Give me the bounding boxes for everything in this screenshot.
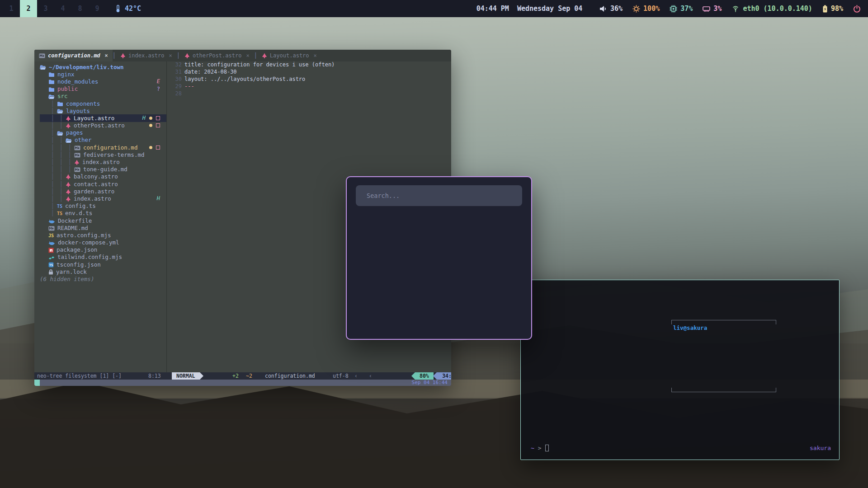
file-encoding: utf-8 <box>333 372 349 380</box>
error-badge: E <box>157 78 160 84</box>
tree-item-label: configuration.md <box>83 144 137 151</box>
tree-item-node_modules[interactable]: node_modulesE <box>40 78 166 85</box>
tree-item-README-md[interactable]: README.md <box>40 224 166 231</box>
tree-item-tsconfig-json[interactable]: TStsconfig.json <box>40 261 166 268</box>
launcher-search-box[interactable] <box>356 185 522 206</box>
prompt-char: > <box>538 445 542 451</box>
workspace-button[interactable]: 8 <box>71 0 89 17</box>
ts-orange-icon: TS <box>57 210 62 216</box>
temperature-module[interactable]: 42°C <box>115 5 141 13</box>
workspace-button[interactable]: 4 <box>54 0 71 17</box>
indent-guide <box>40 232 48 239</box>
editor-line[interactable]: 31date: 2024-08-30 <box>166 69 451 76</box>
workspace-button[interactable]: 1 <box>3 0 20 17</box>
app-launcher[interactable] <box>346 176 532 340</box>
neo-tree-file-explorer[interactable]: ~/Development/liv.town nginx node_module… <box>34 61 166 372</box>
workspace-button[interactable]: 3 <box>37 0 54 17</box>
tree-item-config-ts[interactable]: │TSconfig.ts <box>40 202 166 210</box>
editor-tab-index-astro[interactable]: index.astro× <box>116 50 177 61</box>
line-number: 30 <box>166 76 182 82</box>
clock[interactable]: 04:44 PM Wednesday Sep 04 <box>476 0 583 17</box>
tmux-window-active[interactable] <box>34 380 40 386</box>
tree-item-tailwind-config-mjs[interactable]: tailwind.config.mjs <box>40 253 166 261</box>
statusline-separator: ‹ <box>354 372 358 380</box>
tree-item-label: other <box>75 136 92 143</box>
tab-close-button[interactable]: × <box>105 52 108 59</box>
tree-item-garden-astro[interactable]: ││garden.astro <box>40 188 166 195</box>
tree-item-public[interactable]: public? <box>40 85 166 93</box>
hint-badge: H <box>157 195 160 202</box>
tree-item-package-json[interactable]: package.json <box>40 246 166 253</box>
cpu-module[interactable]: 37% <box>670 5 693 13</box>
tmux-window[interactable] <box>40 380 49 386</box>
indent-guide <box>40 115 48 122</box>
cpu-icon <box>670 5 677 13</box>
tree-item-Layout-astro[interactable]: ││Layout.astroH <box>40 114 166 122</box>
buffer-tabline: configuration.md×│index.astro×│otherPost… <box>34 50 451 61</box>
tree-item-index-astro[interactable]: ││index.astroH <box>40 195 166 202</box>
tab-close-button[interactable]: × <box>169 52 172 59</box>
editor-tab-configuration-md[interactable]: configuration.md× <box>34 50 113 61</box>
workspace-button[interactable]: 2 <box>20 0 37 17</box>
astro-icon <box>66 115 71 122</box>
markdown-icon <box>74 151 80 158</box>
indent-guide <box>40 100 48 107</box>
tab-close-button[interactable]: × <box>314 52 317 59</box>
tree-item-src[interactable]: src <box>40 93 166 100</box>
module-value: 36% <box>610 5 623 13</box>
editor-line[interactable]: 32title: configuration for devices i use… <box>166 61 451 69</box>
battery-module[interactable]: 98% <box>822 5 843 13</box>
search-input[interactable] <box>367 192 516 199</box>
tree-item-layouts[interactable]: │layouts <box>40 107 166 114</box>
tree-item-nginx[interactable]: nginx <box>40 70 166 78</box>
tree-item-label: env.d.ts <box>65 210 92 216</box>
tree-item-balcony-astro[interactable]: ││balcony.astro <box>40 173 166 180</box>
tree-item--Development-liv-town[interactable]: ~/Development/liv.town <box>40 63 166 70</box>
tab-label: configuration.md <box>48 52 100 59</box>
tree-item-astro-config-mjs[interactable]: JSastro.config.mjs <box>40 231 166 239</box>
tab-close-button[interactable]: × <box>246 52 249 59</box>
tree-hidden-items-note: (6 hidden items) <box>40 275 166 282</box>
tree-item-fediverse-terms-md[interactable]: │││fediverse-terms.md <box>40 151 166 158</box>
line-number: 32 <box>166 61 182 68</box>
editor-line[interactable]: 28 <box>166 90 451 98</box>
tree-item-contact-astro[interactable]: ││contact.astro <box>40 180 166 188</box>
tmux-window[interactable] <box>49 380 58 386</box>
astro-file-icon <box>184 52 190 59</box>
power-module[interactable] <box>853 5 861 13</box>
editor-line[interactable]: 29--- <box>166 83 451 90</box>
volume-module[interactable]: 36% <box>599 5 623 13</box>
editor-tab-Layout-astro[interactable]: Layout.astro× <box>257 50 321 61</box>
indent-guide <box>40 173 48 180</box>
indent-guide: │ <box>48 159 57 165</box>
tree-item-label: tailwind.config.mjs <box>57 253 122 260</box>
tree-item-env-d-ts[interactable]: │TSenv.d.ts <box>40 210 166 217</box>
brightness-module[interactable]: 100% <box>632 5 660 13</box>
tree-item-other[interactable]: ││other <box>40 136 166 144</box>
editor-tab-otherPost-astro[interactable]: otherPost.astro× <box>180 50 254 61</box>
indent-guide: │ <box>57 173 66 180</box>
network-module[interactable]: eth0 (10.0.0.140) <box>731 5 812 13</box>
tree-item-index-astro[interactable]: │││index.astro <box>40 158 166 165</box>
tree-item-badges: H <box>157 195 160 202</box>
tree-item-pages[interactable]: │pages <box>40 129 166 136</box>
tree-item-yarn-lock[interactable]: yarn.lock <box>40 268 166 275</box>
tree-item-docker-compose-yml[interactable]: docker-compose.yml <box>40 239 166 246</box>
shell-prompt[interactable]: ~ > <box>531 445 549 451</box>
memory-module[interactable]: 3% <box>703 5 722 13</box>
clock-time: 04:44 PM <box>476 5 509 13</box>
svg-text:TS: TS <box>49 263 53 267</box>
tree-item-Dockerfile[interactable]: Dockerfile <box>40 217 166 224</box>
editor-line[interactable]: 30layout: ../../layouts/otherPost.astro <box>166 76 451 83</box>
tree-item-otherPost-astro[interactable]: ││otherPost.astro <box>40 122 166 129</box>
tree-item-tone-guide-md[interactable]: │││tone-guide.md <box>40 166 166 173</box>
tree-item-label: garden.astro <box>74 188 114 195</box>
brightness-icon <box>632 5 640 13</box>
terminal-window-fetch[interactable]: liv@sakura ~ > sakura <box>520 280 840 460</box>
tab-label: index.astro <box>128 52 164 59</box>
workspace-button[interactable]: 9 <box>89 0 106 17</box>
indent-guide <box>40 261 48 268</box>
tree-item-components[interactable]: │components <box>40 100 166 107</box>
statusline-filename: configuration.md <box>265 372 315 380</box>
tree-item-configuration-md[interactable]: │││configuration.md <box>40 144 166 151</box>
